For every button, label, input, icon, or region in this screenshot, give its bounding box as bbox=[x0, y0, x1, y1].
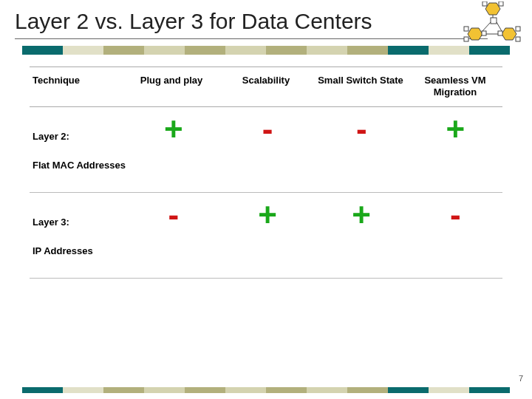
title-underline bbox=[15, 38, 488, 39]
col-scalability: Scalability bbox=[219, 72, 313, 89]
table-row: Layer 3: IP Addresses - + + - bbox=[30, 193, 502, 279]
minus-icon: - bbox=[450, 199, 461, 231]
mark-cell: - bbox=[126, 193, 220, 231]
mark-cell: + bbox=[409, 107, 502, 146]
svg-marker-0 bbox=[485, 3, 500, 15]
page-number: 7 bbox=[519, 374, 523, 383]
svg-rect-3 bbox=[491, 18, 497, 24]
decorative-stripe-top bbox=[22, 46, 510, 55]
row-label-line2: Flat MAC Addresses bbox=[33, 160, 126, 171]
mark-cell: + bbox=[220, 193, 314, 231]
plus-icon: + bbox=[352, 199, 371, 231]
mark-cell: + bbox=[126, 107, 220, 146]
minus-icon: - bbox=[356, 113, 367, 146]
svg-line-13 bbox=[497, 22, 502, 31]
svg-rect-14 bbox=[498, 31, 502, 35]
page-title: Layer 2 vs. Layer 3 for Data Centers bbox=[15, 9, 372, 34]
plus-icon: + bbox=[446, 113, 466, 146]
svg-marker-5 bbox=[468, 28, 482, 40]
row-label-line2: IP Addresses bbox=[33, 245, 93, 256]
row-label-layer3: Layer 3: IP Addresses bbox=[30, 193, 126, 259]
col-seamless-vm: Seamless VM Migration bbox=[408, 72, 502, 102]
row-label-layer2: Layer 2: Flat MAC Addresses bbox=[30, 107, 126, 173]
col-technique: Technique bbox=[30, 72, 124, 89]
svg-rect-6 bbox=[464, 27, 468, 31]
col-plug-and-play: Plug and play bbox=[124, 72, 219, 89]
network-cluster-icon bbox=[460, 1, 526, 46]
table-header-row: Technique Plug and play Scalability Smal… bbox=[30, 66, 502, 107]
minus-icon: - bbox=[262, 113, 273, 146]
decorative-stripe-bottom bbox=[22, 387, 510, 393]
row-label-line1: Layer 2: bbox=[33, 131, 69, 142]
mark-cell: + bbox=[315, 193, 409, 231]
svg-rect-7 bbox=[464, 37, 468, 41]
svg-marker-10 bbox=[502, 28, 516, 40]
minus-icon: - bbox=[168, 199, 179, 231]
svg-line-8 bbox=[482, 22, 491, 31]
plus-icon: + bbox=[164, 113, 183, 146]
mark-cell: - bbox=[220, 107, 314, 146]
svg-rect-1 bbox=[482, 1, 487, 6]
svg-rect-12 bbox=[516, 37, 520, 41]
col-small-switch: Small Switch State bbox=[313, 72, 408, 89]
mark-cell: - bbox=[409, 193, 502, 231]
table-row: Layer 2: Flat MAC Addresses + - - + bbox=[30, 107, 502, 193]
mark-cell: - bbox=[315, 107, 409, 146]
svg-rect-2 bbox=[499, 1, 503, 6]
plus-icon: + bbox=[258, 199, 277, 231]
svg-rect-11 bbox=[516, 27, 520, 31]
svg-rect-9 bbox=[482, 31, 486, 35]
comparison-table: Technique Plug and play Scalability Smal… bbox=[30, 66, 502, 279]
row-label-line1: Layer 3: bbox=[33, 216, 69, 228]
